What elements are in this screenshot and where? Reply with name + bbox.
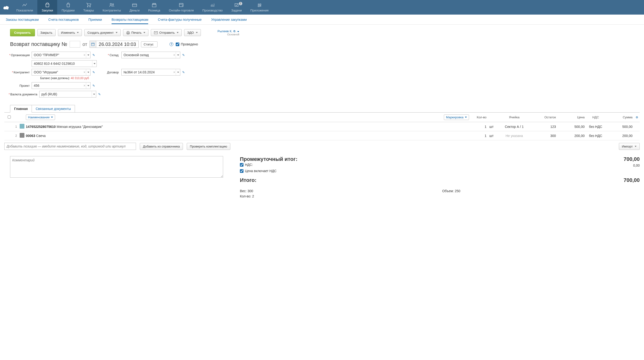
tab-related[interactable]: Связанные документы bbox=[32, 105, 75, 113]
subnav-receipts[interactable]: Приемки bbox=[88, 15, 102, 24]
save-button[interactable]: Сохранить bbox=[10, 29, 35, 36]
svg-point-2 bbox=[110, 3, 112, 5]
clear-icon[interactable]: × bbox=[83, 70, 86, 74]
total-value: 700,00 bbox=[624, 177, 640, 183]
svg-rect-4 bbox=[132, 4, 137, 7]
edit-icon[interactable]: ✎ bbox=[92, 70, 95, 74]
close-button[interactable]: Закрыть bbox=[37, 29, 56, 36]
totals: Промежуточный итог:700,00 НДС: 0,00 Цена… bbox=[240, 156, 640, 198]
edit-button[interactable]: Изменить bbox=[58, 29, 82, 36]
subnav-facturas[interactable]: Счета-фактуры полученные bbox=[158, 15, 202, 24]
gear-icon[interactable]: ⚙ bbox=[636, 116, 638, 119]
table-row[interactable]: 1 1476522528075610 Мягкая игрушка "Диноз… bbox=[4, 122, 640, 131]
items-table: Наименование Маркировка Кол-во Ячейка Ос… bbox=[4, 112, 640, 140]
nav-production[interactable]: Производство bbox=[198, 0, 227, 14]
subtotal-label: Промежуточный итог: bbox=[240, 156, 298, 162]
contragent-select[interactable]: ООО "Игрушки"× bbox=[32, 69, 90, 76]
clear-icon[interactable]: × bbox=[83, 53, 86, 57]
sub-nav: Заказы поставщикам Счета поставщиков При… bbox=[0, 14, 644, 25]
subnav-returns[interactable]: Возвраты поставщикам bbox=[112, 15, 148, 24]
project-select[interactable]: 456× bbox=[32, 82, 90, 89]
send-button[interactable]: Отправить bbox=[151, 29, 182, 36]
status-button[interactable]: Статус bbox=[141, 41, 158, 47]
create-doc-button[interactable]: Создать документ bbox=[84, 29, 120, 36]
warehouse-select[interactable]: Основной склад× bbox=[122, 52, 180, 58]
price-incl-vat-checkbox[interactable]: Цена включает НДС bbox=[240, 169, 640, 173]
svg-rect-6 bbox=[235, 3, 238, 6]
nav-purchases[interactable]: Закупки bbox=[37, 0, 57, 14]
total-label: Итого: bbox=[240, 177, 256, 183]
subnav-invoices[interactable]: Счета поставщиков bbox=[48, 15, 79, 24]
qty-text: Кол-во: 2 bbox=[240, 194, 438, 198]
bottom-section: Промежуточный итог:700,00 НДС: 0,00 Цена… bbox=[10, 156, 640, 198]
item-thumbnail bbox=[20, 124, 24, 129]
print-button[interactable]: Печать bbox=[123, 29, 149, 36]
svg-point-10 bbox=[260, 5, 261, 6]
edit-icon[interactable]: ✎ bbox=[92, 53, 95, 57]
svg-rect-12 bbox=[127, 31, 129, 32]
name-header-dropdown[interactable]: Наименование bbox=[26, 115, 55, 120]
contract-select[interactable]: №364 от 14.03.2024× bbox=[122, 69, 180, 76]
form: *Организация ООО "ПРИМЕР"× ✎ *Склад Осно… bbox=[0, 52, 644, 102]
add-from-dir-button[interactable]: Добавить из справочника bbox=[140, 143, 183, 150]
balance-text: Баланс (нам должны): 40 310,00 руб bbox=[40, 76, 638, 80]
subnav-manage[interactable]: Управление закупками bbox=[211, 15, 246, 24]
currency-select[interactable]: руб (RUB) bbox=[39, 91, 96, 98]
doc-number-input[interactable] bbox=[70, 41, 80, 48]
subtotal-value: 700,00 bbox=[624, 156, 640, 162]
nav-apps[interactable]: Приложения bbox=[246, 0, 273, 14]
date-picker[interactable]: 26.03.2024 10:03 bbox=[90, 41, 138, 48]
from-label: от bbox=[82, 42, 88, 47]
calendar-icon bbox=[90, 41, 96, 48]
edit-icon[interactable]: ✎ bbox=[92, 84, 95, 87]
print-icon bbox=[126, 31, 130, 34]
nav-money[interactable]: Деньги bbox=[125, 0, 144, 14]
tasks-badge: 1 bbox=[239, 2, 242, 5]
add-item-input[interactable] bbox=[4, 143, 136, 150]
mark-header-dropdown[interactable]: Маркировка bbox=[444, 115, 469, 120]
mail-icon bbox=[154, 31, 158, 34]
doc-tabs: Главная Связанные документы bbox=[10, 105, 644, 112]
top-nav: Показатели Закупки Продажи Товары Контра… bbox=[0, 0, 644, 14]
table-row[interactable]: 2 00063 Свеча 1 шт Не указана 300 200,00… bbox=[4, 131, 640, 140]
svg-rect-15 bbox=[92, 43, 94, 46]
logo[interactable] bbox=[0, 0, 12, 14]
account-select[interactable]: 40802 810 4 6442 0129810 bbox=[32, 60, 97, 67]
counterparty-selector[interactable]: Рылеев К. Ф. Основной bbox=[218, 29, 240, 36]
svg-point-3 bbox=[112, 4, 114, 5]
clear-icon[interactable]: × bbox=[83, 84, 86, 87]
clear-icon[interactable]: × bbox=[173, 70, 176, 74]
edit-icon[interactable]: ✎ bbox=[182, 70, 185, 74]
weight-text: Вес: 300 bbox=[240, 189, 438, 193]
svg-point-0 bbox=[88, 6, 88, 7]
nav-counterparties[interactable]: Контрагенты bbox=[98, 0, 125, 14]
import-button[interactable]: Импорт bbox=[619, 143, 640, 150]
nav-retail[interactable]: Розница bbox=[144, 0, 164, 14]
select-all-checkbox[interactable] bbox=[8, 115, 11, 119]
check-kit-button[interactable]: Проверить комплектацию bbox=[187, 143, 230, 150]
nav-sales[interactable]: Продажи bbox=[57, 0, 79, 14]
nav-goods[interactable]: Товары bbox=[79, 0, 98, 14]
nav-ecommerce[interactable]: Онлайн-торговля bbox=[164, 0, 198, 14]
org-select[interactable]: ООО "ПРИМЕР"× bbox=[32, 52, 90, 58]
vat-value: 0,00 bbox=[633, 164, 640, 167]
add-row: Добавить из справочника Проверить компле… bbox=[4, 140, 640, 152]
subnav-orders[interactable]: Заказы поставщикам bbox=[6, 15, 39, 24]
col-cell: Ячейка bbox=[498, 115, 531, 119]
col-vat: НДС bbox=[586, 115, 605, 119]
processed-checkbox[interactable]: Проведено bbox=[176, 42, 198, 46]
svg-point-7 bbox=[258, 4, 259, 5]
clear-icon[interactable]: × bbox=[173, 53, 176, 57]
help-icon[interactable]: ? bbox=[170, 42, 173, 46]
toolbar: Сохранить Закрыть Изменить Создать докум… bbox=[0, 25, 644, 39]
nav-indicators[interactable]: Показатели bbox=[12, 0, 37, 14]
nav-tasks[interactable]: 1Задачи bbox=[227, 0, 246, 14]
edo-button[interactable]: ЭДО bbox=[184, 29, 201, 36]
edit-icon[interactable]: ✎ bbox=[182, 53, 185, 57]
comment-textarea[interactable] bbox=[10, 156, 223, 178]
edit-icon[interactable]: ✎ bbox=[98, 93, 101, 96]
svg-point-1 bbox=[90, 6, 90, 7]
tab-main[interactable]: Главная bbox=[10, 105, 32, 113]
svg-rect-9 bbox=[258, 5, 259, 7]
vat-checkbox[interactable]: НДС: bbox=[240, 163, 253, 167]
